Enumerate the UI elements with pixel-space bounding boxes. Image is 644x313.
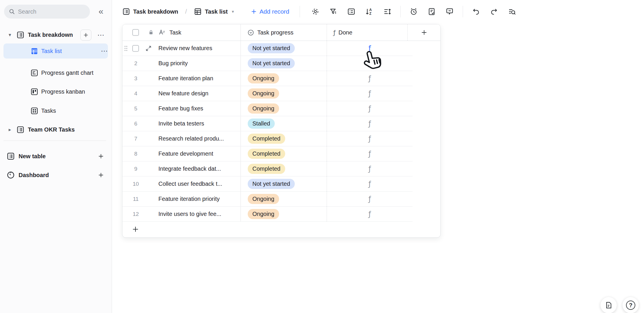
task-progress-cell[interactable]: Not yet started (240, 41, 327, 56)
table-row[interactable]: 9 Integrate feedback dat... Completed (122, 161, 440, 176)
done-formula-cell[interactable]: ƒ (327, 161, 413, 176)
task-progress-cell[interactable]: Completed (240, 131, 327, 146)
task-name-cell[interactable]: Review new features (158, 41, 240, 56)
done-formula-cell[interactable]: ƒ (327, 116, 413, 131)
sidebar-item-progress-gantt-chart[interactable]: Progress gantt chart (0, 66, 112, 79)
row-head-cell[interactable]: 2 (122, 56, 158, 71)
table-row[interactable]: 11 Feature iteration priority Ongoing (122, 192, 440, 207)
task-progress-cell[interactable]: Not yet started (240, 56, 327, 71)
drag-handle-icon[interactable] (124, 45, 128, 52)
add-row-button[interactable] (122, 222, 440, 236)
sidebar-item-progress-kanban[interactable]: Progress kanban (0, 85, 112, 98)
task-progress-cell[interactable]: Completed (240, 161, 327, 176)
done-formula-cell[interactable]: ƒ (327, 101, 413, 116)
add-record-button[interactable]: Add record (251, 8, 289, 15)
sidebar-item-task-list[interactable]: Task list ⋯ (3, 43, 108, 59)
find-in-view-icon[interactable] (507, 6, 517, 17)
row-head-cell[interactable]: 9 (122, 161, 158, 176)
chevron-right-icon[interactable]: ▸ (7, 127, 13, 133)
sidebar-item-task-breakdown[interactable]: ▾ Task breakdown ⋯ (0, 28, 112, 41)
breadcrumb-view-name[interactable]: Task list (205, 8, 228, 15)
row-head-cell[interactable]: 11 (122, 192, 158, 206)
done-formula-cell[interactable]: ƒ (327, 71, 413, 86)
form-view-icon[interactable] (426, 6, 437, 17)
task-progress-cell[interactable]: Ongoing (240, 101, 327, 116)
row-head-cell[interactable]: 12 (122, 207, 158, 221)
row-checkbox[interactable] (132, 45, 139, 52)
settings-gear-icon[interactable] (310, 6, 321, 17)
redo-icon[interactable] (489, 6, 499, 17)
task-progress-cell[interactable]: Stalled (240, 116, 327, 131)
done-formula-cell[interactable]: ƒ (327, 176, 413, 191)
task-progress-cell[interactable]: Not yet started (240, 176, 327, 191)
add-dashboard-button[interactable] (96, 170, 106, 180)
automation-alarm-icon[interactable] (408, 6, 419, 17)
table-row[interactable]: 4 New feature design Ongoing ƒ (122, 86, 440, 101)
table-row[interactable]: 1 Review new features Not yet started (122, 41, 440, 56)
table-row[interactable]: 6 Invite beta testers Stalled ƒ (122, 116, 440, 131)
task-name-cell[interactable]: Bug priority (158, 56, 240, 71)
done-formula-cell[interactable]: ƒ (327, 56, 413, 71)
task-column-header[interactable]: Task (122, 24, 240, 41)
sidebar-item-dashboard[interactable]: Dashboard (0, 168, 112, 183)
row-head-cell[interactable]: 8 (122, 146, 158, 161)
task-progress-cell[interactable]: Ongoing (240, 207, 327, 221)
task-progress-cell[interactable]: Ongoing (240, 192, 327, 206)
add-table-button[interactable] (96, 151, 106, 161)
chevron-down-icon[interactable]: ▾ (232, 9, 234, 14)
task-name-cell[interactable]: Integrate feedback dat... (158, 161, 240, 176)
row-head-cell[interactable]: 5 (122, 101, 158, 116)
done-column-header[interactable]: ƒ Done (327, 24, 407, 41)
task-name-cell[interactable]: Invite beta testers (158, 116, 240, 131)
row-head-cell[interactable]: 4 (122, 86, 158, 101)
table-row[interactable]: 7 Research related produ... Completed (122, 131, 440, 146)
undo-icon[interactable] (471, 6, 481, 17)
help-fab-button[interactable]: ? (623, 297, 639, 313)
breadcrumb-base-name[interactable]: Task breakdown (133, 8, 178, 15)
task-name-cell[interactable]: New feature design (158, 86, 240, 101)
fields-config-icon[interactable] (346, 6, 357, 17)
task-name-cell[interactable]: Feature bug fixes (158, 101, 240, 116)
table-row[interactable]: 8 Feature development Completed ƒ (122, 146, 440, 161)
table-row[interactable]: 3 Feature iteration plan Ongoing ƒ (122, 71, 440, 86)
more-icon[interactable]: ⋯ (99, 47, 110, 55)
done-formula-cell[interactable]: ƒ (327, 131, 413, 146)
more-icon[interactable]: ⋯ (96, 31, 106, 39)
task-name-cell[interactable]: Feature development (158, 146, 240, 161)
sort-icon[interactable]: AZ (364, 6, 375, 17)
sidebar-collapse-icon[interactable]: « (96, 7, 106, 16)
add-field-button[interactable] (407, 24, 440, 41)
done-formula-cell[interactable]: ƒ (327, 41, 413, 56)
done-formula-cell[interactable]: ƒ (327, 146, 413, 161)
expand-record-icon[interactable] (145, 45, 152, 52)
task-progress-cell[interactable]: Ongoing (240, 71, 327, 86)
row-height-icon[interactable] (382, 6, 392, 17)
done-formula-cell[interactable]: ƒ (327, 86, 413, 101)
chevron-down-icon[interactable]: ▾ (7, 32, 13, 38)
row-head-cell[interactable]: 1 (122, 41, 158, 56)
table-row[interactable]: 10 Collect user feedback t... Not yet st… (122, 176, 440, 192)
sidebar-item-team-okr-tasks[interactable]: ▸ Team OKR Tasks (0, 123, 112, 136)
task-name-cell[interactable]: Invite users to give fee... (158, 207, 240, 221)
table-row[interactable]: 5 Feature bug fixes Ongoing ƒ (122, 101, 440, 116)
sidebar-item-tasks[interactable]: Tasks (0, 104, 112, 117)
document-fab-button[interactable] (600, 297, 617, 313)
task-name-cell[interactable]: Feature iteration plan (158, 71, 240, 86)
task-progress-cell[interactable]: Ongoing (240, 86, 327, 101)
table-row[interactable]: 12 Invite users to give fee... Ongoing (122, 207, 440, 222)
row-head-cell[interactable]: 10 (122, 176, 158, 191)
task-name-cell[interactable]: Research related produ... (158, 131, 240, 146)
done-formula-cell[interactable]: ƒ (327, 207, 413, 221)
row-head-cell[interactable]: 3 (122, 71, 158, 86)
sidebar-item-new-table[interactable]: New table (0, 149, 112, 164)
done-formula-cell[interactable]: ƒ (327, 192, 413, 206)
comment-icon[interactable] (444, 6, 455, 17)
task-name-cell[interactable]: Collect user feedback t... (158, 176, 240, 191)
task-progress-cell[interactable]: Completed (240, 146, 327, 161)
add-view-button[interactable] (80, 30, 91, 41)
task-progress-column-header[interactable]: Task progress (240, 24, 327, 41)
search-input[interactable]: Search (4, 5, 90, 19)
row-head-cell[interactable]: 7 (122, 131, 158, 146)
table-row[interactable]: 2 Bug priority Not yet started ƒ (122, 56, 440, 71)
task-name-cell[interactable]: Feature iteration priority (158, 192, 240, 206)
